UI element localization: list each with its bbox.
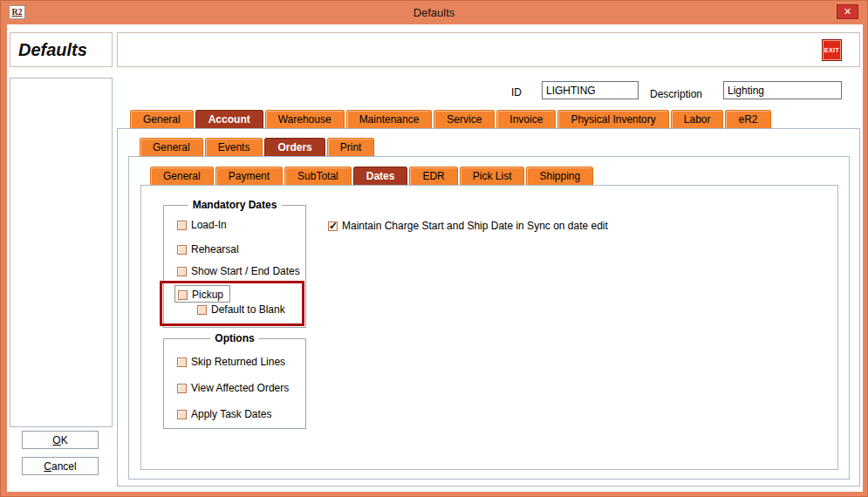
tab-orders[interactable]: Orders: [264, 138, 325, 156]
options-title: Options: [210, 332, 258, 344]
rehearsal-label: Rehearsal: [191, 243, 239, 255]
close-icon[interactable]: ✕: [837, 4, 858, 19]
tab-invoice[interactable]: Invoice: [496, 110, 556, 128]
show-start-end-label: Show Start / End Dates: [191, 265, 300, 277]
tab-payment[interactable]: Payment: [215, 167, 283, 185]
checkbox-view-affected-orders[interactable]: View Affected Orders: [177, 382, 289, 394]
checkbox-default-to-blank[interactable]: Default to Blank: [197, 303, 285, 316]
exit-button-label: EXIT: [824, 47, 840, 53]
id-label: ID: [511, 86, 522, 99]
tab-general-2[interactable]: General: [140, 138, 203, 156]
rehearsal-checkbox-icon[interactable]: [177, 245, 187, 255]
pickup-label: Pickup: [192, 289, 223, 301]
tab-physical-inventory[interactable]: Physical Inventory: [557, 110, 668, 128]
skip-returned-lines-label: Skip Returned Lines: [191, 356, 285, 368]
tab-events[interactable]: Events: [205, 138, 263, 156]
tab-shipping[interactable]: Shipping: [526, 167, 593, 185]
tab-service[interactable]: Service: [434, 110, 495, 128]
default-to-blank-checkbox-icon[interactable]: [197, 305, 207, 315]
apply-task-dates-checkbox-icon[interactable]: [177, 410, 187, 419]
checkbox-rehearsal[interactable]: Rehearsal: [177, 243, 239, 255]
skip-returned-lines-checkbox-icon[interactable]: [177, 357, 187, 367]
tab-dates[interactable]: Dates: [353, 167, 408, 185]
checkbox-apply-task-dates[interactable]: Apply Task Dates: [177, 408, 272, 420]
description-label: Description: [650, 88, 702, 100]
exit-button[interactable]: EXIT: [822, 39, 842, 61]
window-title: Defaults: [1, 6, 867, 19]
pickup-checkbox-icon[interactable]: [178, 290, 188, 300]
left-heading-box: Defaults: [10, 32, 113, 67]
ok-button-label: OK: [52, 434, 67, 446]
toolbar-strip: [117, 32, 860, 67]
tab-row-level1: General Account Warehouse Maintenance Se…: [130, 110, 771, 128]
ok-button[interactable]: OK: [22, 431, 99, 449]
description-input[interactable]: [723, 81, 842, 99]
page-title: Defaults: [10, 33, 112, 66]
tab-print[interactable]: Print: [327, 138, 375, 156]
view-affected-orders-label: View Affected Orders: [191, 382, 289, 394]
maintain-charge-sync-label: Maintain Charge Start and Ship Date in S…: [342, 220, 608, 232]
title-bar[interactable]: R2 Defaults ✕: [1, 1, 867, 24]
checkbox-pickup[interactable]: Pickup: [178, 289, 223, 301]
tab-row-level3: General Payment SubTotal Dates EDR Pick …: [150, 167, 593, 185]
tab-subtotal[interactable]: SubTotal: [284, 167, 352, 185]
view-affected-orders-checkbox-icon[interactable]: [177, 384, 187, 393]
mandatory-dates-title: Mandatory Dates: [188, 199, 282, 211]
checkbox-load-in[interactable]: Load-In: [177, 219, 227, 231]
tab-er2[interactable]: eR2: [725, 110, 770, 128]
load-in-checkbox-icon[interactable]: [177, 221, 187, 230]
tab-warehouse[interactable]: Warehouse: [265, 110, 345, 128]
tab-maintenance[interactable]: Maintenance: [346, 110, 433, 128]
tab-general-3[interactable]: General: [150, 167, 214, 185]
cancel-button[interactable]: Cancel: [22, 457, 99, 475]
apply-task-dates-label: Apply Task Dates: [191, 408, 272, 420]
default-to-blank-label: Default to Blank: [211, 303, 285, 316]
checkbox-maintain-charge-sync[interactable]: Maintain Charge Start and Ship Date in S…: [328, 220, 608, 232]
checkbox-show-start-end-dates[interactable]: Show Start / End Dates: [177, 265, 300, 277]
id-input[interactable]: [542, 81, 639, 99]
load-in-label: Load-In: [191, 219, 227, 231]
tab-account[interactable]: Account: [195, 110, 263, 128]
defaults-list[interactable]: [10, 78, 113, 427]
cancel-button-label: Cancel: [44, 460, 76, 473]
checkbox-skip-returned-lines[interactable]: Skip Returned Lines: [177, 356, 285, 368]
defaults-window: R2 Defaults ✕ Defaults OK Cancel EXIT ID…: [0, 0, 868, 497]
tab-edr[interactable]: EDR: [409, 167, 457, 185]
tab-general-1[interactable]: General: [130, 110, 194, 128]
tab-pick-list[interactable]: Pick List: [460, 167, 525, 185]
tab-row-level2: General Events Orders Print: [140, 138, 374, 156]
tab-labor[interactable]: Labor: [671, 110, 724, 128]
show-start-end-checkbox-icon[interactable]: [177, 267, 187, 276]
maintain-charge-sync-checkbox-icon[interactable]: [328, 221, 338, 231]
